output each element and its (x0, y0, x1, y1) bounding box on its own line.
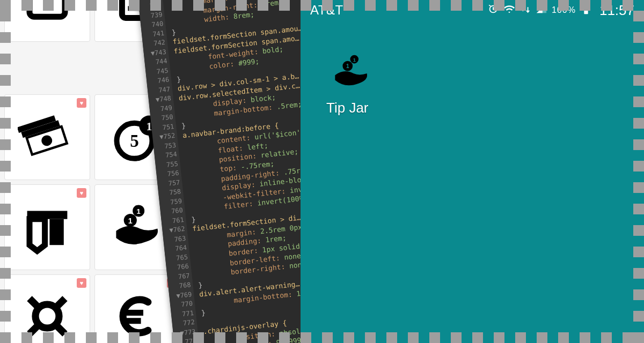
favorite-badge[interactable]: ♥ (77, 98, 86, 108)
favorite-badge[interactable]: ♥ (77, 278, 86, 288)
svg-line-23 (57, 326, 65, 334)
tip-jar-app-icon: 1 1 (330, 51, 372, 95)
icon-tile[interactable]: ♥ (4, 94, 90, 180)
icon-tile[interactable] (4, 0, 90, 42)
battery-icon (580, 3, 592, 18)
svg-rect-0 (30, 0, 65, 17)
svg-text:5: 5 (130, 131, 139, 151)
wifi-icon (503, 3, 515, 18)
alarm-icon (487, 3, 499, 18)
data-updown-icon (519, 3, 531, 18)
svg-text:1: 1 (137, 207, 141, 215)
icon-tile[interactable]: ♥ (94, 274, 180, 343)
svg-line-22 (30, 326, 38, 334)
svg-text:1: 1 (346, 63, 349, 69)
svg-point-19 (35, 304, 59, 328)
svg-rect-14 (49, 219, 63, 245)
svg-text:1: 1 (353, 57, 356, 63)
app-shortcut-label: Tip Jar (326, 100, 369, 116)
svg-line-21 (57, 299, 65, 307)
svg-line-20 (30, 299, 38, 307)
cash-stack-icon (18, 107, 77, 168)
signal-icon (536, 3, 547, 18)
card-insert-icon (18, 197, 77, 258)
tip-hand-coins-icon: 1 1 (108, 197, 167, 258)
favorite-badge[interactable]: ♥ (77, 188, 86, 198)
clock-label: 11:57 (599, 2, 634, 19)
battery-percent: 100% (552, 5, 576, 15)
status-icons: 100% 11:57 (487, 2, 634, 19)
app-shortcut[interactable]: 1 1 (326, 48, 376, 98)
svg-text:1: 1 (128, 217, 133, 225)
icon-tile[interactable]: ♥ (4, 184, 90, 270)
carrier-label: AT&T (310, 3, 343, 18)
building-icon (18, 0, 77, 29)
euro-icon (108, 287, 167, 343)
icon-tile[interactable]: ♥ (4, 274, 90, 343)
status-bar: AT&T 100% 11:57 (301, 0, 644, 20)
currency-generic-icon (18, 287, 77, 343)
phone-homescreen: AT&T 100% 11:57 1 1 Tip Jar (301, 0, 644, 343)
